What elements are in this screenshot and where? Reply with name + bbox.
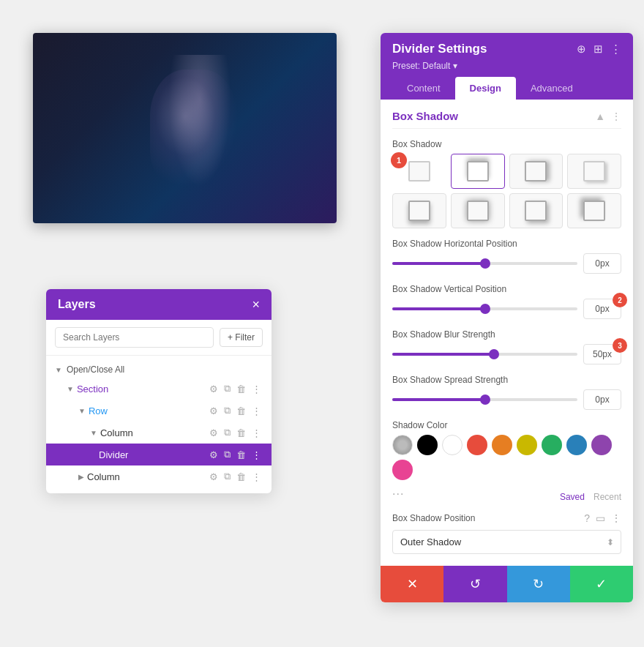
section-delete-btn[interactable]: 🗑 (235, 382, 247, 396)
layers-title: Layers (58, 298, 96, 311)
layers-header: Layers × (46, 289, 272, 320)
blur-slider-track[interactable] (392, 353, 577, 356)
settings-body: Box Shadow ▲ ⋮ Box Shadow 1 (381, 100, 633, 566)
cancel-button[interactable]: ✕ (381, 566, 443, 602)
horizontal-value[interactable]: 0px (583, 253, 621, 274)
row-duplicate-btn[interactable]: ⧉ (222, 403, 232, 418)
column2-more-btn[interactable]: ⋮ (250, 470, 263, 484)
color-swatch-white[interactable] (442, 435, 463, 455)
position-row: Box Shadow Position ? ▭ ⋮ (392, 512, 621, 524)
row-actions: ⚙ ⧉ 🗑 ⋮ (208, 403, 263, 418)
divider-delete-btn[interactable]: 🗑 (235, 448, 247, 462)
tab-advanced[interactable]: Advanced (516, 77, 588, 100)
column1-more-btn[interactable]: ⋮ (250, 426, 263, 440)
eyedropper-swatch[interactable] (392, 435, 413, 455)
shadow-preset-br[interactable] (567, 154, 621, 189)
blur-slider-thumb[interactable] (489, 349, 499, 359)
color-swatch-black[interactable] (417, 435, 438, 455)
blur-label: Box Shadow Blur Strength (392, 329, 621, 340)
color-swatch-green[interactable] (542, 435, 562, 455)
divider-duplicate-btn[interactable]: ⧉ (222, 447, 232, 462)
settings-panel: Divider Settings ⊕ ⊞ ⋮ Preset: Default ▾… (381, 33, 633, 602)
settings-header: Divider Settings ⊕ ⊞ ⋮ Preset: Default ▾… (381, 33, 633, 100)
vertical-step-badge: 0px 2 (583, 299, 621, 319)
layer-item-section[interactable]: ▼ Section ⚙ ⧉ 🗑 ⋮ (46, 378, 272, 400)
column1-settings-btn[interactable]: ⚙ (208, 426, 220, 440)
row-arrow[interactable]: ▼ (78, 407, 86, 415)
vertical-slider-thumb[interactable] (480, 304, 490, 314)
row-more-btn[interactable]: ⋮ (250, 404, 263, 418)
layers-close-button[interactable]: × (252, 298, 260, 311)
layers-body: ▼ Open/Close All ▼ Section ⚙ ⧉ 🗑 ⋮ ▼ Row… (46, 356, 272, 493)
position-more-icon[interactable]: ⋮ (611, 512, 621, 524)
layer-item-column1[interactable]: ▼ Column ⚙ ⧉ 🗑 ⋮ (46, 422, 272, 444)
section-collapse-icon[interactable]: ▲ (595, 111, 605, 122)
position-select[interactable]: Outer Shadow Inner Shadow (392, 530, 621, 554)
vertical-slider-row: 0px 2 (392, 299, 621, 319)
divider-settings-btn[interactable]: ⚙ (208, 448, 220, 462)
position-mobile-icon[interactable]: ▭ (596, 512, 605, 524)
section-more-btn[interactable]: ⋮ (250, 382, 263, 396)
layer-item-column2[interactable]: ▶ Column ⚙ ⧉ 🗑 ⋮ (46, 465, 272, 487)
color-swatch-blue[interactable] (566, 435, 587, 455)
spread-slider-track[interactable] (392, 398, 577, 401)
column2-delete-btn[interactable]: 🗑 (235, 470, 247, 484)
shadow-preset-tl[interactable] (567, 193, 621, 228)
section-duplicate-btn[interactable]: ⧉ (222, 381, 232, 396)
column2-duplicate-btn[interactable]: ⧉ (222, 469, 232, 484)
shadow-presets: 1 (392, 154, 621, 228)
shadow-preset-center[interactable] (451, 193, 505, 228)
shadow-preset-1[interactable]: 1 (392, 154, 446, 189)
color-swatch-purple[interactable] (591, 435, 612, 455)
column2-settings-btn[interactable]: ⚙ (208, 470, 220, 484)
horizontal-slider-row: 0px (392, 253, 621, 274)
confirm-button[interactable]: ✓ (570, 566, 633, 602)
section-arrow[interactable]: ▼ (67, 385, 74, 393)
shadow-preset-right[interactable] (509, 154, 564, 189)
settings-preset[interactable]: Preset: Default ▾ (392, 61, 621, 71)
preview-image (33, 33, 337, 223)
settings-icon-grid[interactable]: ⊞ (594, 42, 603, 56)
spread-slider-thumb[interactable] (480, 394, 490, 405)
settings-icon-responsive[interactable]: ⊕ (577, 42, 586, 56)
horizontal-slider-thumb[interactable] (480, 258, 490, 269)
color-more-btn[interactable]: ··· (392, 487, 404, 501)
tab-content[interactable]: Content (392, 77, 455, 100)
position-question-icon[interactable]: ? (584, 512, 590, 524)
divider-actions: ⚙ ⧉ 🗑 ⋮ (208, 447, 263, 462)
shadow-preset-top[interactable] (451, 154, 505, 189)
color-swatch-pink[interactable] (392, 460, 413, 480)
position-icons: ? ▭ ⋮ (584, 512, 621, 524)
column1-duplicate-btn[interactable]: ⧉ (222, 425, 232, 440)
reset-button[interactable]: ↺ (443, 566, 506, 602)
color-bottom-row: ··· Saved Recent (392, 486, 621, 502)
position-select-wrapper: Outer Shadow Inner Shadow (392, 530, 621, 554)
settings-header-icons: ⊕ ⊞ ⋮ (577, 42, 621, 56)
shadow-preset-all[interactable] (509, 193, 564, 228)
layers-search-input[interactable] (55, 327, 214, 348)
spread-value[interactable]: 0px (583, 389, 621, 410)
saved-link[interactable]: Saved (560, 492, 585, 502)
section-settings-btn[interactable]: ⚙ (208, 382, 220, 396)
divider-more-btn[interactable]: ⋮ (250, 448, 263, 462)
row-delete-btn[interactable]: 🗑 (235, 404, 247, 418)
horizontal-slider-track[interactable] (392, 262, 577, 265)
redo-button[interactable]: ↻ (507, 566, 570, 602)
row-settings-btn[interactable]: ⚙ (208, 404, 220, 418)
color-swatch-red[interactable] (467, 435, 487, 455)
layers-filter-button[interactable]: + Filter (220, 328, 263, 347)
column2-arrow[interactable]: ▶ (78, 473, 84, 481)
section-more-icon[interactable]: ⋮ (611, 111, 621, 122)
color-swatch-orange[interactable] (492, 435, 512, 455)
tab-design[interactable]: Design (455, 77, 516, 100)
settings-title-row: Divider Settings ⊕ ⊞ ⋮ (392, 42, 621, 56)
settings-icon-more[interactable]: ⋮ (610, 42, 621, 56)
layer-item-row[interactable]: ▼ Row ⚙ ⧉ 🗑 ⋮ (46, 400, 272, 422)
column1-delete-btn[interactable]: 🗑 (235, 426, 247, 440)
vertical-slider-track[interactable] (392, 307, 577, 310)
shadow-preset-bottom[interactable] (392, 193, 446, 228)
column1-arrow[interactable]: ▼ (90, 429, 97, 437)
color-swatch-yellow[interactable] (517, 435, 537, 455)
layer-item-divider[interactable]: Divider ⚙ ⧉ 🗑 ⋮ (46, 444, 272, 465)
horizontal-slider-fill (392, 262, 485, 265)
